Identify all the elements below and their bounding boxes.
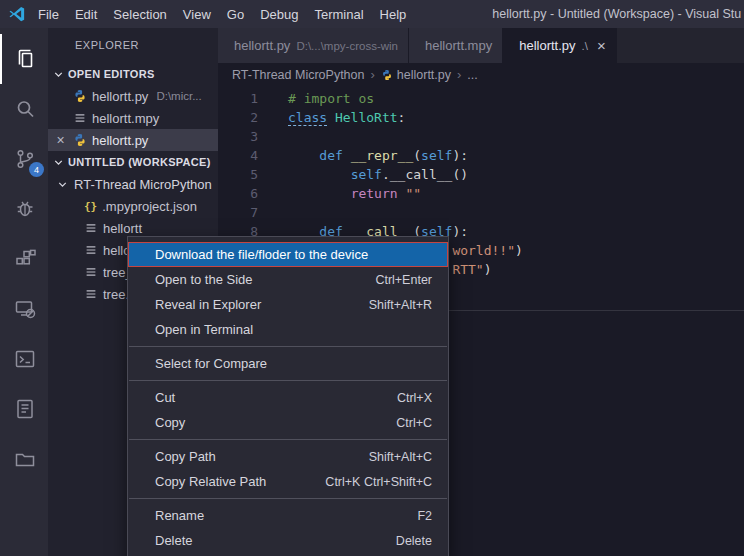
close-icon[interactable]: × (53, 133, 68, 147)
activity-extensions[interactable] (0, 234, 48, 284)
line-number: 5 (218, 165, 258, 184)
open-editors-list: hellortt.pyD:\micr...hellortt.mpy×hellor… (48, 85, 218, 151)
code-line: 2class HelloRtt: (218, 108, 744, 127)
breadcrumb-label: ... (467, 68, 477, 82)
context-menu-item[interactable]: CopyCtrl+C (128, 410, 448, 435)
context-menu-item[interactable]: RenameF2 (128, 503, 448, 528)
terminal-icon (13, 347, 37, 371)
breadcrumb-item[interactable]: RT-Thread MicroPython (232, 68, 364, 82)
menubar-item-view[interactable]: View (175, 7, 219, 22)
code-line: 3 (218, 127, 744, 146)
window-title: hellortt.py - Untitled (Workspace) - Vis… (492, 7, 744, 21)
code-token: self (351, 167, 382, 182)
extensions-icon (13, 247, 37, 271)
mpy-icon (84, 243, 98, 257)
activity-debug[interactable] (0, 184, 48, 234)
breadcrumb-label: hellortt.py (397, 68, 451, 82)
menu-item-shortcut: Shift+Alt+C (369, 450, 432, 464)
breadcrumb-separator-icon: › (370, 67, 374, 82)
menu-item-label: Cut (155, 390, 379, 405)
context-menu-item[interactable]: Reveal in ExplorerShift+Alt+R (128, 292, 448, 317)
code-text: return "" (258, 184, 421, 203)
code-token (327, 110, 335, 125)
context-menu-item[interactable]: Copy Relative PathCtrl+K Ctrl+Shift+C (128, 469, 448, 494)
code-text (258, 203, 288, 222)
context-menu-item[interactable]: Open in Terminal (128, 317, 448, 342)
file-label: hellortt (103, 221, 142, 236)
vscode-logo-icon (8, 5, 26, 23)
menu-item-shortcut: Delete (396, 534, 432, 548)
mpy-icon (84, 221, 98, 235)
context-menu-item[interactable]: Open to the SideCtrl+Enter (128, 267, 448, 292)
workspace-label: UNTITLED (WORKSPACE) (68, 156, 211, 168)
code-token: world!!" (452, 243, 515, 258)
code-token: RTT" (452, 262, 483, 277)
menu-item-label: Select for Compare (155, 356, 414, 371)
open-editor-item[interactable]: hellortt.pyD:\micr... (48, 85, 218, 107)
file-label: hellortt.py (92, 133, 148, 148)
open-editor-item[interactable]: ×hellortt.py (48, 129, 218, 151)
context-menu-item[interactable]: Select for Compare (128, 351, 448, 376)
close-icon[interactable]: × (597, 39, 606, 53)
context-menu-item[interactable]: Copy PathShift+Alt+C (128, 444, 448, 469)
file-label: hellortt.mpy (92, 111, 159, 126)
activity-remote-device[interactable] (0, 284, 48, 334)
code-token: "" (405, 186, 421, 201)
menu-item-label: Delete (155, 533, 378, 548)
context-menu-item[interactable]: CutCtrl+X (128, 385, 448, 410)
menu-item-label: Copy Path (155, 449, 351, 464)
context-menu-item[interactable]: DeleteDelete (128, 528, 448, 553)
editor-tab[interactable]: hellortt.pyD:\...\mpy-cross-win (218, 28, 409, 63)
open-editor-item[interactable]: hellortt.mpy (48, 107, 218, 129)
code-token (288, 186, 351, 201)
code-token: HelloRtt (335, 110, 398, 125)
tree-folder-item[interactable]: RT-Thread MicroPython (48, 173, 218, 195)
code-token: ( (413, 148, 421, 163)
menubar-item-selection[interactable]: Selection (105, 7, 174, 22)
code-token: ): (452, 224, 468, 239)
code-token (343, 148, 351, 163)
open-editors-header[interactable]: OPEN EDITORS (48, 63, 218, 85)
workspace-header[interactable]: UNTITLED (WORKSPACE) (48, 151, 218, 173)
menu-bar: FileEditSelectionViewGoDebugTerminalHelp (30, 7, 414, 22)
debug-icon (13, 197, 37, 221)
python-icon (73, 133, 87, 147)
code-text: self.__call__() (258, 165, 468, 184)
breadcrumb-item[interactable]: ... (467, 68, 477, 82)
editor-tab[interactable]: hellortt.mpy (409, 28, 503, 63)
tree-file-item[interactable]: {}.mpyproject.json (48, 195, 218, 217)
menubar-item-file[interactable]: File (30, 7, 67, 22)
code-token: self (421, 148, 452, 163)
menu-divider (129, 498, 447, 499)
code-line: 7 (218, 203, 744, 222)
activity-source-control[interactable]: 4 (0, 134, 48, 184)
file-detail: D:\micr... (156, 90, 201, 102)
source-control-badge: 4 (29, 162, 44, 177)
menubar-item-go[interactable]: Go (219, 7, 252, 22)
code-line: 4 def __repr__(self): (218, 146, 744, 165)
activity-search[interactable] (0, 84, 48, 134)
activity-explorer[interactable] (0, 34, 48, 84)
breadcrumb-item[interactable]: hellortt.py (381, 68, 451, 82)
line-number: 1 (218, 89, 258, 108)
python-icon (381, 69, 393, 81)
menu-item-shortcut: Ctrl+C (396, 416, 432, 430)
menu-item-shortcut: Ctrl+Enter (375, 273, 432, 287)
menu-item-shortcut: Ctrl+K Ctrl+Shift+C (325, 475, 432, 489)
code-token (288, 148, 319, 163)
menubar-item-help[interactable]: Help (372, 7, 415, 22)
menubar-item-debug[interactable]: Debug (252, 7, 306, 22)
activity-folder[interactable] (0, 434, 48, 484)
menu-divider (129, 346, 447, 347)
menu-item-shortcut: F2 (417, 509, 432, 523)
context-menu-item[interactable]: Download the file/floder to the device (128, 242, 448, 267)
code-text: class HelloRtt: (258, 108, 405, 127)
menubar-item-edit[interactable]: Edit (67, 7, 105, 22)
editor-tab[interactable]: hellortt.py.\× (503, 28, 617, 63)
activity-terminal[interactable] (0, 334, 48, 384)
tab-detail: .\ (582, 40, 588, 52)
code-token: __repr__ (351, 148, 414, 163)
code-token: return (351, 186, 398, 201)
activity-output[interactable] (0, 384, 48, 434)
menubar-item-terminal[interactable]: Terminal (306, 7, 371, 22)
